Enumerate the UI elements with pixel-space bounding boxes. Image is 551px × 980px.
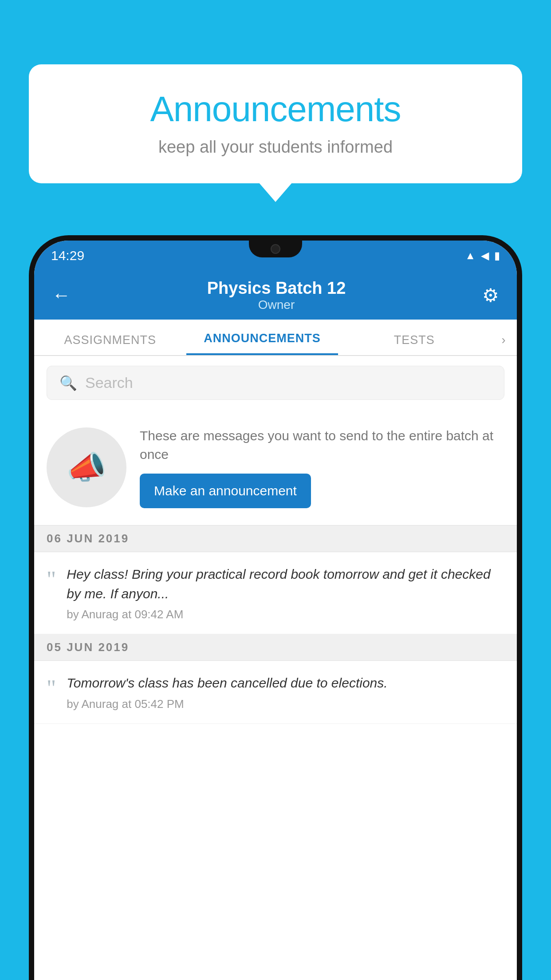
announcement-item-2[interactable]: " Tomorrow's class has been cancelled du… — [34, 661, 517, 724]
announcement-item-1[interactable]: " Hey class! Bring your practical record… — [34, 552, 517, 634]
speech-bubble-title: Announcements — [55, 89, 496, 130]
date-separator-1: 06 JUN 2019 — [34, 526, 517, 552]
status-icons: ▲ ◀ ▮ — [465, 249, 500, 262]
wifi-icon: ▲ — [465, 249, 476, 262]
date-separator-2: 05 JUN 2019 — [34, 634, 517, 661]
announcement-meta-1: by Anurag at 09:42 AM — [67, 608, 504, 621]
search-icon: 🔍 — [59, 375, 77, 391]
search-container: 🔍 Search — [34, 356, 517, 410]
announcement-message-1: Hey class! Bring your practical record b… — [67, 565, 504, 603]
tab-tests[interactable]: TESTS — [338, 333, 490, 355]
tab-announcements[interactable]: ANNOUNCEMENTS — [186, 332, 338, 355]
phone-screen: 14:29 ▲ ◀ ▮ ← Physics Batch 12 Owner ⚙ A… — [34, 241, 517, 980]
battery-icon: ▮ — [494, 249, 500, 262]
search-bar[interactable]: 🔍 Search — [47, 366, 504, 400]
promo-description: These are messages you want to send to t… — [140, 427, 504, 464]
signal-icon: ◀ — [481, 249, 489, 262]
phone-notch — [249, 241, 302, 257]
tab-assignments[interactable]: ASSIGNMENTS — [34, 333, 186, 355]
status-bar: 14:29 ▲ ◀ ▮ — [34, 241, 517, 271]
app-bar-subtitle: Owner — [207, 298, 346, 312]
front-camera — [271, 244, 280, 254]
back-button[interactable]: ← — [47, 280, 75, 310]
announcement-promo: 📣 These are messages you want to send to… — [34, 410, 517, 526]
announcement-meta-2: by Anurag at 05:42 PM — [67, 697, 504, 711]
app-bar: ← Physics Batch 12 Owner ⚙ — [34, 271, 517, 320]
speech-bubble-subtitle: keep all your students informed — [55, 138, 496, 157]
make-announcement-button[interactable]: Make an announcement — [140, 474, 311, 508]
announcement-text-group-2: Tomorrow's class has been cancelled due … — [67, 673, 504, 711]
megaphone-icon: 📣 — [67, 449, 106, 486]
status-time: 14:29 — [51, 248, 84, 263]
speech-bubble-card: Announcements keep all your students inf… — [29, 64, 522, 183]
quote-icon-1: " — [47, 568, 56, 591]
search-input[interactable]: Search — [85, 374, 133, 391]
tab-more[interactable]: › — [490, 333, 517, 355]
app-bar-title: Physics Batch 12 — [207, 279, 346, 298]
phone-frame: 14:29 ▲ ◀ ▮ ← Physics Batch 12 Owner ⚙ A… — [29, 235, 522, 980]
tab-bar: ASSIGNMENTS ANNOUNCEMENTS TESTS › — [34, 320, 517, 356]
app-bar-title-group: Physics Batch 12 Owner — [207, 279, 346, 312]
speech-bubble-section: Announcements keep all your students inf… — [29, 64, 522, 183]
promo-right: These are messages you want to send to t… — [140, 427, 504, 508]
settings-button[interactable]: ⚙ — [478, 280, 504, 311]
announcement-message-2: Tomorrow's class has been cancelled due … — [67, 673, 504, 693]
quote-icon-2: " — [47, 677, 56, 700]
announcement-text-group-1: Hey class! Bring your practical record b… — [67, 565, 504, 621]
promo-icon-circle: 📣 — [47, 427, 126, 507]
